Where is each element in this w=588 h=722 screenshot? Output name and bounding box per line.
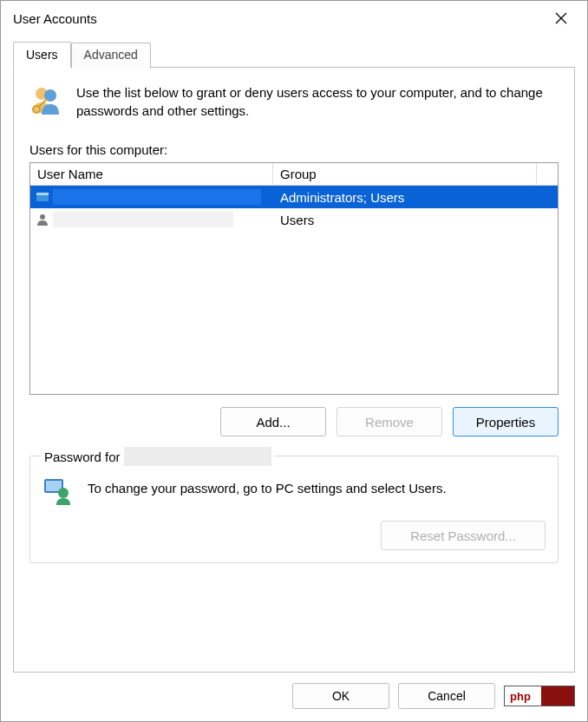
- tab-users[interactable]: Users: [13, 42, 71, 68]
- reset-password-button[interactable]: Reset Password...: [381, 521, 546, 550]
- user-row-username-cell: [30, 189, 273, 205]
- intro-row: Use the list below to grant or deny user…: [29, 83, 559, 120]
- user-row-group-cell: Users: [273, 213, 558, 227]
- user-icon: [36, 213, 49, 226]
- reset-row: Reset Password...: [42, 521, 546, 550]
- svg-point-11: [58, 488, 69, 498]
- user-accounts-dialog: User Accounts Users Advanced: [0, 0, 588, 722]
- titlebar: User Accounts: [1, 1, 587, 34]
- tab-row: Users Advanced: [13, 41, 575, 67]
- column-header-group[interactable]: Group: [273, 163, 537, 185]
- users-listbox[interactable]: User Name Group Administrators; Users: [29, 162, 559, 395]
- user-row[interactable]: Administrators; Users: [30, 186, 558, 208]
- password-legend: Password for: [41, 447, 275, 466]
- list-header-row: User Name Group: [30, 163, 558, 186]
- properties-button[interactable]: Properties: [453, 407, 559, 436]
- tab-panel-users: Use the list below to grant or deny user…: [13, 67, 575, 673]
- cancel-button[interactable]: Cancel: [398, 683, 495, 709]
- tab-advanced[interactable]: Advanced: [71, 43, 151, 69]
- svg-rect-10: [46, 481, 62, 491]
- password-info-row: To change your password, go to PC settin…: [42, 476, 546, 507]
- user-row[interactable]: Users: [30, 208, 558, 231]
- svg-rect-7: [36, 193, 49, 195]
- close-button[interactable]: [544, 6, 578, 30]
- password-groupbox: Password for To change your password, go…: [29, 456, 559, 563]
- redacted-username: [53, 189, 261, 205]
- redacted-username: [53, 212, 233, 227]
- user-row-group-cell: Administrators; Users: [273, 190, 558, 205]
- users-list-label: Users for this computer:: [29, 142, 559, 157]
- dialog-body: Users Advanced Use the list below to gra…: [1, 34, 587, 673]
- redacted-username: [124, 447, 271, 466]
- ok-button[interactable]: OK: [292, 683, 389, 709]
- user-row-username-cell: [30, 212, 273, 227]
- php-watermark-label: php: [510, 690, 531, 703]
- close-icon: [555, 12, 567, 24]
- svg-point-8: [40, 214, 45, 220]
- add-button[interactable]: Add...: [220, 407, 326, 436]
- password-text: To change your password, go to PC settin…: [88, 476, 447, 496]
- password-user-icon: [42, 476, 74, 507]
- window-title: User Accounts: [13, 11, 97, 26]
- remove-button[interactable]: Remove: [336, 407, 442, 436]
- intro-text: Use the list below to grant or deny user…: [76, 83, 559, 120]
- column-header-username[interactable]: User Name: [30, 163, 273, 185]
- users-keys-icon: [29, 83, 64, 118]
- user-icon: [36, 190, 49, 204]
- dialog-footer: OK Cancel php: [1, 673, 587, 721]
- user-buttons-row: Add... Remove Properties: [29, 407, 559, 436]
- password-legend-prefix: Password for: [44, 450, 121, 464]
- php-watermark: php: [504, 686, 575, 706]
